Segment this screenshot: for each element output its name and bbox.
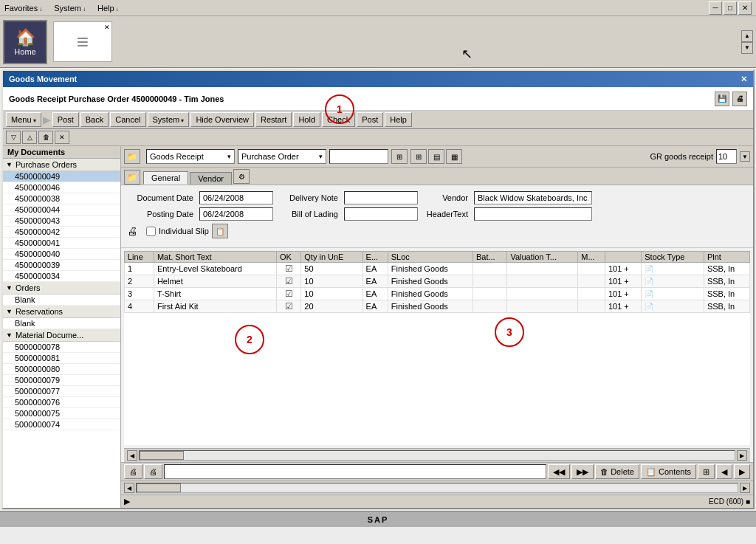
row2-sloc[interactable]: Finished Goods bbox=[388, 275, 472, 288]
tab-vendor[interactable]: Vendor bbox=[190, 172, 232, 185]
document-preview[interactable]: ✕ ≡ bbox=[53, 21, 112, 62]
help-button[interactable]: Help bbox=[385, 112, 412, 127]
type-dropdown[interactable]: Goods Receipt bbox=[146, 149, 235, 164]
tabs-folder-icon[interactable]: 📁 bbox=[124, 170, 140, 185]
sidebar-item-orders-blank[interactable]: Blank bbox=[3, 295, 120, 306]
contents-btn[interactable]: 📋 Contents bbox=[641, 464, 696, 479]
posting-date-input[interactable] bbox=[199, 207, 273, 221]
table-scroll-track[interactable] bbox=[139, 450, 735, 461]
right-btn[interactable]: ▶ bbox=[734, 464, 750, 479]
purchase-orders-header[interactable]: ▼ Purchase Orders bbox=[3, 159, 120, 171]
subtype-dropdown[interactable]: Purchase Order bbox=[238, 149, 326, 164]
reservations-header[interactable]: ▼ Reservations bbox=[3, 306, 120, 318]
row1-mat[interactable]: Entry-Level Skateboard bbox=[154, 263, 276, 275]
sidebar-item-4500000049[interactable]: 4500000049 bbox=[3, 171, 120, 182]
save-icon-btn[interactable]: 💾 bbox=[715, 92, 729, 106]
post2-button[interactable]: Post bbox=[357, 112, 383, 127]
system-menu[interactable]: System bbox=[54, 4, 86, 13]
cancel-row-icon-btn[interactable]: ✕ bbox=[55, 131, 69, 144]
print-icon-btn[interactable]: 🖨 bbox=[732, 92, 747, 106]
minimize-button[interactable]: ─ bbox=[709, 1, 722, 15]
back-button[interactable]: Back bbox=[80, 112, 109, 127]
prev-btn[interactable]: ◀◀ bbox=[548, 464, 570, 479]
sidebar-item-4500000034[interactable]: 4500000034 bbox=[3, 271, 120, 282]
check-button[interactable]: Check bbox=[322, 112, 355, 127]
table-scroll-right[interactable]: ▶ bbox=[737, 450, 747, 461]
sidebar-item-4500000038[interactable]: 4500000038 bbox=[3, 193, 120, 204]
filter-icon-btn[interactable]: ▽ bbox=[6, 131, 21, 144]
print2-btn[interactable]: 🖨 bbox=[144, 464, 162, 479]
row3-qty[interactable]: 10 bbox=[301, 288, 362, 300]
row1-qty[interactable]: 50 bbox=[301, 263, 362, 275]
row1-ok[interactable]: ☑ bbox=[276, 263, 300, 275]
sidebar-item-5000000080[interactable]: 5000000080 bbox=[3, 364, 120, 375]
close-button[interactable]: ✕ bbox=[738, 1, 752, 15]
main-scroll-track[interactable] bbox=[136, 483, 738, 493]
right-scroll-arrow[interactable]: ▼ bbox=[740, 151, 750, 162]
sidebar-item-5000000074[interactable]: 5000000074 bbox=[3, 419, 120, 430]
sidebar-item-5000000077[interactable]: 5000000077 bbox=[3, 386, 120, 397]
sort-icon-btn[interactable]: △ bbox=[22, 131, 37, 144]
hold-button[interactable]: Hold bbox=[293, 112, 320, 127]
delivery-note-input[interactable] bbox=[344, 191, 418, 204]
bill-of-lading-input[interactable] bbox=[344, 207, 418, 221]
header-text-input[interactable] bbox=[474, 207, 592, 221]
row2-ok[interactable]: ☑ bbox=[276, 275, 300, 288]
sidebar-item-5000000081[interactable]: 5000000081 bbox=[3, 353, 120, 364]
sidebar-item-4500000043[interactable]: 4500000043 bbox=[3, 216, 120, 227]
vendor-input[interactable] bbox=[474, 191, 592, 204]
row4-qty[interactable]: 20 bbox=[301, 300, 362, 313]
menu-button[interactable]: Menu bbox=[6, 112, 41, 127]
expand-btn[interactable]: ⊞ bbox=[698, 464, 715, 479]
left-btn[interactable]: ◀ bbox=[716, 464, 732, 479]
main-scroll-right[interactable]: ▶ bbox=[740, 483, 750, 493]
row4-mat[interactable]: First Aid Kit bbox=[154, 300, 276, 313]
next-btn[interactable]: ▶▶ bbox=[571, 464, 594, 479]
table-scroll-left[interactable]: ◀ bbox=[127, 450, 137, 461]
favorites-menu[interactable]: Favorites bbox=[4, 4, 42, 13]
settings-icon-btn[interactable]: ⚙ bbox=[233, 169, 250, 184]
list-icon-btn[interactable]: ▤ bbox=[428, 149, 444, 164]
sidebar-item-5000000079[interactable]: 5000000079 bbox=[3, 375, 120, 386]
slip-settings-icon[interactable]: 📋 bbox=[212, 224, 228, 238]
help-menu[interactable]: Help bbox=[97, 4, 119, 13]
home-button[interactable]: 🏠 Home bbox=[3, 20, 47, 64]
window-close-icon[interactable]: ✕ bbox=[740, 75, 747, 84]
restart-button[interactable]: Restart bbox=[255, 112, 292, 127]
row3-sloc[interactable]: Finished Goods bbox=[388, 288, 472, 300]
print-icon[interactable]: 🖨 bbox=[127, 225, 137, 237]
bottom-input[interactable] bbox=[164, 464, 546, 479]
sidebar-item-5000000076[interactable]: 5000000076 bbox=[3, 397, 120, 408]
row2-qty[interactable]: 10 bbox=[301, 275, 362, 288]
row3-ok[interactable]: ☑ bbox=[276, 288, 300, 300]
main-scroll-left[interactable]: ◀ bbox=[124, 483, 134, 493]
sidebar-item-4500000044[interactable]: 4500000044 bbox=[3, 204, 120, 216]
row1-sloc[interactable]: Finished Goods bbox=[388, 263, 472, 275]
grid-icon-btn[interactable]: ⊞ bbox=[410, 149, 427, 164]
sidebar-item-4500000040[interactable]: 4500000040 bbox=[3, 249, 120, 260]
row3-mat[interactable]: T-Shirt bbox=[154, 288, 276, 300]
post-button[interactable]: Post bbox=[52, 112, 79, 127]
tab-general[interactable]: General bbox=[143, 171, 188, 185]
sidebar-item-4500000039[interactable]: 4500000039 bbox=[3, 260, 120, 271]
delete-btn[interactable]: 🗑 Delete bbox=[595, 464, 639, 479]
individual-slip-checkbox[interactable] bbox=[146, 227, 156, 236]
delete-icon-btn[interactable]: 🗑 bbox=[38, 131, 53, 144]
preview-close-icon[interactable]: ✕ bbox=[104, 24, 110, 31]
sidebar-item-reservations-blank[interactable]: Blank bbox=[3, 318, 120, 329]
folder-icon-btn[interactable]: 📁 bbox=[124, 149, 140, 164]
orders-header[interactable]: ▼ Orders bbox=[3, 282, 120, 295]
row2-mat[interactable]: Helmet bbox=[154, 275, 276, 288]
expand-icon-btn[interactable]: ⊞ bbox=[391, 149, 408, 164]
sidebar-item-5000000075[interactable]: 5000000075 bbox=[3, 408, 120, 419]
doc-date-input[interactable] bbox=[199, 191, 273, 204]
sidebar-item-5000000078[interactable]: 5000000078 bbox=[3, 342, 120, 353]
order-number-input[interactable] bbox=[329, 149, 388, 164]
row4-ok[interactable]: ☑ bbox=[276, 300, 300, 313]
row4-sloc[interactable]: Finished Goods bbox=[388, 300, 472, 313]
print-btn[interactable]: 🖨 bbox=[124, 464, 142, 479]
hide-overview-button[interactable]: Hide Overview bbox=[190, 112, 254, 127]
sidebar-item-4500000041[interactable]: 4500000041 bbox=[3, 238, 120, 249]
material-docs-header[interactable]: ▼ Material Docume... bbox=[3, 329, 120, 342]
sidebar-item-4500000042[interactable]: 4500000042 bbox=[3, 227, 120, 238]
